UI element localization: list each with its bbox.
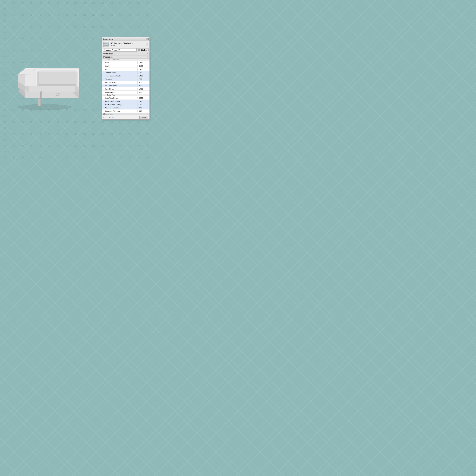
- watermark-cell: RD: [53, 131, 63, 137]
- mechanical-collapse-icon: ⬆: [147, 114, 148, 115]
- prop-value-drain-diameter[interactable]: 5.00: [137, 91, 150, 94]
- prop-value-bottle-trap-height[interactable]: 25.50: [137, 97, 150, 99]
- prop-value-wall-connection-height[interactable]: 15.00: [137, 103, 150, 106]
- watermark-cell: RD: [9, 143, 18, 149]
- edit-type-button[interactable]: Edit Type: [137, 49, 149, 51]
- watermark-cell: RD: [89, 155, 98, 159]
- instance-selector[interactable]: Plumbing Fixtures (1): [103, 48, 136, 52]
- watermark-cell: RD: [80, 24, 89, 30]
- watermark-cell: RD: [9, 119, 18, 125]
- watermark-cell: RD: [45, 12, 53, 18]
- prop-label-wall-connection-height: Wall Connection Height: [102, 103, 137, 106]
- prop-row-back-thickness: Back Thickness 4.00: [102, 81, 150, 84]
- watermark-cell: RD: [143, 155, 152, 159]
- watermark-cell: RD: [63, 119, 71, 125]
- subsection-bottle-trap[interactable]: ▶ Bottle Trap: [102, 94, 150, 96]
- watermark-cell: RD: [18, 143, 27, 149]
- sink-illustration: [6, 45, 95, 113]
- prop-value-back-thickness[interactable]: 4.00: [137, 81, 150, 84]
- svg-rect-10: [104, 44, 108, 45]
- header-dropdown[interactable]: ▼: [146, 43, 148, 46]
- watermark-cell: RD: [71, 143, 80, 149]
- watermark-cell: RD: [9, 155, 18, 159]
- prop-value-corner-radius[interactable]: 18.00: [137, 71, 150, 74]
- watermark-cell: RD: [125, 12, 134, 18]
- watermark-cell: RD: [9, 0, 18, 6]
- watermark-cell: RD: [98, 131, 107, 137]
- section-dimensions[interactable]: Dimensions ⬆: [102, 55, 150, 59]
- watermark-cell: RD: [63, 12, 71, 18]
- watermark-cell: RD: [0, 143, 9, 149]
- watermark-cell: RD: [98, 119, 107, 125]
- prop-value-height[interactable]: 14.00: [137, 68, 150, 71]
- watermark-cell: RD: [0, 24, 9, 30]
- watermark-cell: RD: [45, 24, 53, 30]
- prop-row-base-thickness: Base Thickness 4.00: [102, 84, 150, 87]
- watermark-cell: RD: [18, 0, 27, 6]
- watermark-cell: RD: [143, 24, 152, 30]
- watermark-cell: RD: [53, 155, 63, 159]
- watermark-cell: RD: [63, 36, 71, 42]
- watermark-cell: RD: [125, 143, 134, 149]
- watermark-cell: RD: [80, 119, 89, 125]
- watermark-cell: RD: [71, 119, 80, 125]
- prop-label-lower-counter-width: Lower Counter Width: [102, 74, 137, 77]
- prop-label-connector-diameter: Connector Diameter: [102, 110, 137, 112]
- watermark-cell: RD: [125, 24, 134, 30]
- watermark-cell: RD: [27, 12, 36, 18]
- watermark-cell: RD: [27, 155, 36, 159]
- prop-value-width[interactable]: 100.00: [137, 61, 150, 64]
- watermark-cell: RD: [143, 143, 152, 149]
- watermark-cell: RD: [45, 131, 53, 137]
- prop-label-width: Width: [102, 61, 137, 64]
- apply-button[interactable]: Apply: [139, 116, 148, 119]
- watermark-cell: RD: [18, 131, 27, 137]
- properties-help-link[interactable]: Properties help: [103, 116, 115, 118]
- watermark-cell: RD: [80, 12, 89, 18]
- watermark-cell: RD: [116, 0, 125, 6]
- watermark-cell: RD: [116, 155, 125, 159]
- watermark-cell: RD: [18, 12, 27, 18]
- watermark-cell: RD: [134, 143, 143, 149]
- watermark-cell: RD: [80, 131, 89, 137]
- prop-value-depth[interactable]: 40.00: [137, 65, 150, 67]
- watermark-cell: RD: [89, 12, 98, 18]
- watermark-cell: RD: [71, 36, 80, 42]
- prop-label-drain-diameter: Drain Diameter: [102, 91, 137, 94]
- watermark-cell: RD: [71, 24, 80, 30]
- subsection-main-dim-label: Main Dimensions: [107, 59, 119, 61]
- prop-value-base-thickness[interactable]: 4.00: [137, 84, 150, 87]
- section-constraints[interactable]: Constraints ⬆: [102, 52, 150, 55]
- properties-scroll-area[interactable]: Constraints ⬆ Dimensions ⬆ ▶ Main Dimens…: [102, 52, 150, 115]
- watermark-cell: RD: [36, 131, 45, 137]
- watermark-cell: RD: [0, 131, 9, 137]
- prop-value-connector-diameter[interactable]: 3.20: [137, 110, 150, 112]
- section-mechanical[interactable]: Mechanical ⬆: [102, 113, 150, 115]
- prop-value-basin-height[interactable]: 10.00: [137, 88, 150, 90]
- item-name: RD_Bathroom Sink Wall 12: [111, 42, 134, 45]
- watermark-cell: RD: [0, 36, 9, 42]
- watermark-cell: RD: [36, 119, 45, 125]
- prop-value-distance-from-wall[interactable]: 0.00: [137, 106, 150, 109]
- watermark-cell: RD: [45, 155, 53, 159]
- prop-label-back-thickness: Back Thickness: [102, 81, 137, 84]
- watermark-cell: RD: [18, 119, 27, 125]
- prop-value-bottom-body-height[interactable]: 15.00: [137, 100, 150, 103]
- watermark-cell: RD: [53, 143, 63, 149]
- close-button[interactable]: ×: [146, 38, 149, 40]
- watermark-cell: RD: [116, 143, 125, 149]
- panel-header: RD_Bathroom Sink Wall 12 White ▼: [102, 41, 150, 48]
- section-constraints-label: Constraints: [103, 53, 113, 55]
- subsection-main-dimensions[interactable]: ▶ Main Dimensions: [102, 59, 150, 61]
- watermark-cell: RD: [107, 131, 116, 137]
- watermark-cell: RD: [36, 143, 45, 149]
- svg-rect-6: [40, 98, 42, 99]
- prop-value-lower-counter-width[interactable]: 18.00: [137, 74, 150, 77]
- watermark-cell: RD: [143, 0, 152, 6]
- prop-value-thickness[interactable]: 2.50: [137, 78, 150, 81]
- watermark-cell: RD: [45, 119, 53, 125]
- prop-row-corner-radius: Corner Radius 18.00: [102, 71, 150, 74]
- watermark-cell: RD: [0, 30, 9, 36]
- watermark-cell: RD: [116, 12, 125, 18]
- watermark-cell: RD: [63, 0, 71, 6]
